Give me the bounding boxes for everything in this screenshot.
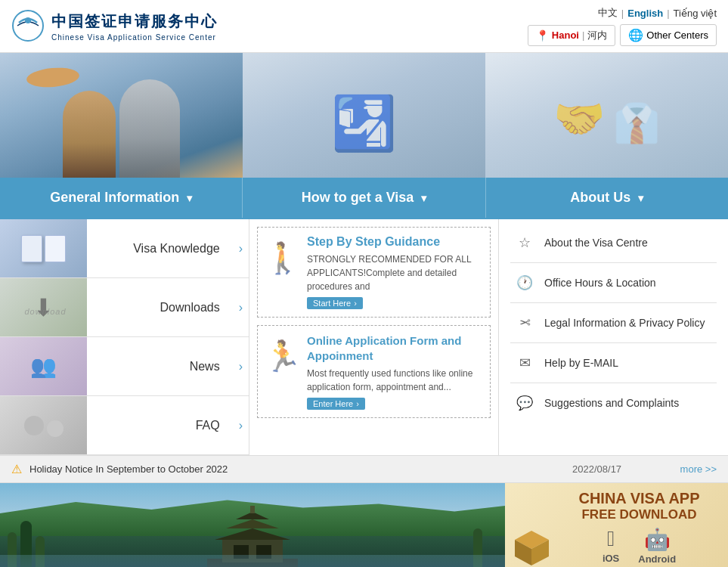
- about-link-3[interactable]: ✂ Legal Information & Privacy Policy: [510, 303, 717, 343]
- hero-panel-mid: 🛂: [243, 53, 485, 178]
- nav-about-arrow: ▾: [638, 192, 643, 204]
- lang-english[interactable]: English: [627, 8, 663, 19]
- star-icon: ☆: [514, 232, 535, 253]
- start-here-arrow: ›: [354, 299, 357, 308]
- start-here-label: Start Here: [313, 299, 351, 308]
- menu-bg-downloads: ⬇ download: [0, 278, 87, 337]
- enter-here-arrow: ›: [356, 399, 359, 408]
- scenery-panel: [0, 483, 505, 567]
- hero-section: 🛂 🤝 👔: [0, 53, 728, 178]
- svg-marker-4: [215, 528, 290, 540]
- card1-title: Step By Step Guidance: [307, 235, 482, 249]
- warning-icon: ⚠: [11, 462, 22, 476]
- about-link-2[interactable]: 🕐 Office Hours & Location: [510, 263, 717, 303]
- logo-area: 中国签证申请服务中心 Chinese Visa Application Serv…: [11, 9, 218, 43]
- other-centers-button[interactable]: 🌐 Other Centers: [620, 24, 717, 46]
- app-box-icon: [511, 525, 553, 562]
- right-panel: ☆ About the Visa Centre 🕐 Office Hours &…: [499, 219, 728, 455]
- menu-bg-faq: [0, 396, 87, 455]
- visa-knowledge-label: Visa Knowledge: [87, 242, 239, 256]
- app-stores:  iOS 🤖 Android: [603, 527, 676, 565]
- notice-text: Holiday Notice In September to October 2…: [29, 463, 514, 475]
- nav-about-us[interactable]: About Us ▾: [486, 178, 728, 218]
- logo-chinese: 中国签证申请服务中心: [51, 11, 218, 32]
- news-arrow: ›: [239, 360, 243, 373]
- speech-icon: 💬: [514, 392, 535, 414]
- notice-bar: ⚠ Holiday Notice In September to October…: [0, 455, 728, 483]
- link5-label: Suggestions and Complaints: [544, 397, 679, 409]
- header-right: 中文 | English | Tiếng việt 📍 Hanoi | 河内 🌐…: [528, 6, 717, 46]
- enter-here-label: Enter Here: [313, 399, 353, 408]
- guidance-card[interactable]: 🚶 Step By Step Guidance STRONGLY RECOMME…: [257, 227, 491, 318]
- faq-label: FAQ: [87, 419, 239, 432]
- menu-bg-visa: [0, 219, 87, 278]
- svg-point-1: [25, 17, 31, 23]
- card2-desc: Most frequently used functions like onli…: [307, 367, 482, 394]
- card2-content: Online Application Form and Appoinment M…: [307, 333, 482, 410]
- nav-general-info[interactable]: General Information ▾: [0, 178, 243, 218]
- hero-panel-right: 🤝 👔: [485, 53, 728, 178]
- nav-visa-arrow: ▾: [421, 192, 426, 204]
- news-label: News: [87, 360, 239, 373]
- app-title-line2: FREE DOWNLOAD: [581, 507, 696, 522]
- menu-item-downloads[interactable]: ⬇ download Downloads ›: [0, 278, 249, 337]
- nav-how-to-visa-label: How to get a Visa: [302, 190, 414, 206]
- notice-more-link[interactable]: more >>: [680, 463, 717, 475]
- nav-bar: General Information ▾ How to get a Visa …: [0, 178, 728, 218]
- nav-how-to-visa[interactable]: How to get a Visa ▾: [243, 178, 485, 218]
- menu-item-faq[interactable]: FAQ ›: [0, 396, 249, 455]
- menu-item-news[interactable]: 👥 News ›: [0, 337, 249, 396]
- ios-label: iOS: [603, 553, 619, 564]
- hanoi-label: Hanoi: [552, 29, 579, 41]
- downloads-label: Downloads: [87, 301, 239, 314]
- about-link-1[interactable]: ☆ About the Visa Centre: [510, 223, 717, 263]
- android-store[interactable]: 🤖 Android: [638, 527, 676, 565]
- clock-icon: 🕐: [514, 272, 535, 293]
- pin-icon: 📍: [536, 29, 549, 42]
- app-title-line1: CHINA VISA APP: [578, 489, 699, 507]
- start-here-button[interactable]: Start Here ›: [307, 297, 363, 309]
- other-centers-label: Other Centers: [646, 29, 708, 41]
- svg-marker-5: [226, 519, 279, 528]
- appointment-card[interactable]: 🏃 Online Application Form and Appoinment…: [257, 325, 491, 418]
- hanoi-button[interactable]: 📍 Hanoi | 河内: [528, 25, 616, 46]
- lang-zhongwen[interactable]: 中文: [598, 6, 618, 20]
- enter-here-button[interactable]: Enter Here ›: [307, 398, 365, 410]
- hero-panel-left: [0, 53, 243, 178]
- about-link-4[interactable]: ✉ Help by E-MAIL: [510, 343, 717, 383]
- runner-icon: 🏃: [265, 333, 299, 379]
- apple-icon: : [607, 527, 615, 551]
- android-label: Android: [638, 553, 676, 565]
- card1-content: Step By Step Guidance STRONGLY RECOMMEND…: [307, 235, 482, 309]
- logo-text-area: 中国签证申请服务中心 Chinese Visa Application Serv…: [51, 11, 218, 42]
- nav-general-info-label: General Information: [50, 190, 179, 206]
- menu-bg-news: 👥: [0, 337, 87, 396]
- separator: |: [582, 29, 584, 41]
- notice-date: 2022/08/17: [522, 463, 673, 475]
- walker-icon: 🚶: [265, 235, 299, 280]
- language-bar: 中文 | English | Tiếng việt: [598, 6, 717, 20]
- left-panel: Visa Knowledge › ⬇ download Downloads › …: [0, 219, 249, 455]
- about-link-5[interactable]: 💬 Suggestions and Complaints: [510, 383, 717, 423]
- faq-arrow: ›: [239, 419, 243, 432]
- nav-about-us-label: About Us: [570, 190, 630, 206]
- main-content: Visa Knowledge › ⬇ download Downloads › …: [0, 218, 728, 455]
- link4-label: Help by E-MAIL: [544, 357, 618, 369]
- visa-knowledge-arrow: ›: [239, 242, 243, 256]
- bottom-section: CHINA VISA APP FREE DOWNLOAD  iOS 🤖 And…: [0, 483, 728, 567]
- downloads-arrow: ›: [239, 301, 243, 314]
- ios-store[interactable]:  iOS: [603, 527, 619, 564]
- logo-icon: [11, 9, 45, 43]
- card1-desc: STRONGLY RECOMMENDED FOR ALL APPLICANTS!…: [307, 253, 482, 293]
- menu-item-visa[interactable]: Visa Knowledge ›: [0, 219, 249, 278]
- link1-label: About the Visa Centre: [544, 237, 648, 249]
- link2-label: Office Hours & Location: [544, 277, 656, 289]
- globe-icon: 🌐: [628, 28, 643, 42]
- lang-tiengviet[interactable]: Tiếng việt: [674, 8, 717, 19]
- card2-title: Online Application Form and Appoinment: [307, 333, 482, 363]
- header: 中国签证申请服务中心 Chinese Visa Application Serv…: [0, 0, 728, 53]
- logo-english: Chinese Visa Application Service Center: [51, 33, 218, 42]
- android-icon: 🤖: [644, 527, 671, 552]
- sep1: |: [621, 8, 624, 19]
- mid-panel: 🚶 Step By Step Guidance STRONGLY RECOMME…: [249, 219, 499, 455]
